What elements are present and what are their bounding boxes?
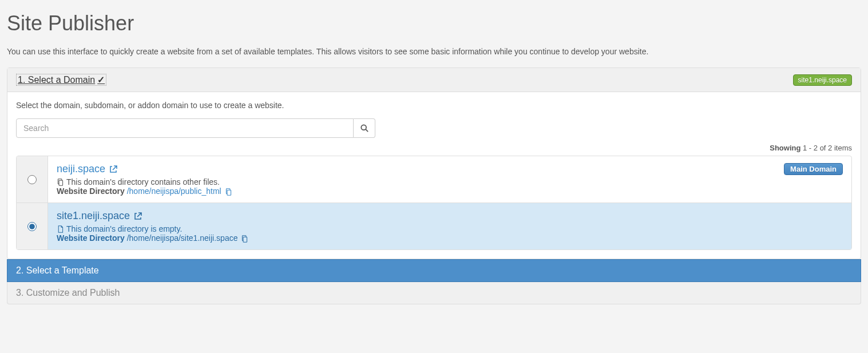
showing-range: 1 - 2 of 2 items: [800, 144, 852, 152]
domain-radio[interactable]: [27, 175, 37, 184]
dir-note: This domain's directory is empty.: [57, 224, 843, 233]
domain-radio-cell[interactable]: [17, 156, 48, 203]
svg-rect-7: [243, 237, 247, 242]
domain-name: site1.neiji.space: [57, 210, 142, 222]
website-directory: Website Directory /home/neijispa/public_…: [57, 187, 843, 196]
page-title: Site Publisher: [7, 11, 861, 35]
showing-text: Showing 1 - 2 of 2 items: [16, 144, 852, 152]
search-input[interactable]: [16, 118, 354, 138]
svg-rect-5: [227, 190, 231, 195]
search-button[interactable]: [354, 118, 375, 138]
search-row: [16, 118, 852, 138]
website-directory: Website Directory /home/neijispa/site1.n…: [57, 233, 843, 243]
intro-text: You can use this interface to quickly cr…: [7, 47, 861, 56]
copy-icon[interactable]: [241, 235, 248, 243]
external-link-icon[interactable]: [109, 165, 118, 174]
website-directory-label: Website Directory: [57, 187, 125, 196]
main-domain-badge: Main Domain: [784, 163, 843, 175]
domain-radio-cell[interactable]: [17, 203, 48, 249]
external-link-icon[interactable]: [133, 212, 142, 221]
copy-icon[interactable]: [225, 188, 232, 196]
domain-row[interactable]: site1.neiji.space This domain's director…: [17, 203, 851, 249]
step2-heading[interactable]: 2. Select a Template: [7, 259, 861, 282]
check-icon: [97, 74, 105, 85]
svg-line-1: [366, 129, 368, 132]
step1-panel: 1. Select a Domain site1.neiji.space Sel…: [7, 68, 861, 259]
dir-note: This domain's directory contains other f…: [57, 177, 843, 187]
website-directory-path[interactable]: /home/neijispa/site1.neiji.space: [127, 233, 238, 243]
file-icon: [57, 225, 64, 233]
domain-link[interactable]: site1.neiji.space: [57, 210, 130, 222]
svg-rect-3: [59, 180, 63, 185]
step1-help: Select the domain, subdomain, or addon d…: [16, 101, 852, 110]
svg-point-0: [361, 125, 366, 130]
domain-row[interactable]: Main Domain neiji.space This domain's di…: [17, 156, 851, 203]
domain-link[interactable]: neiji.space: [57, 163, 105, 175]
domain-content: site1.neiji.space This domain's director…: [48, 203, 851, 249]
website-directory-path[interactable]: /home/neijispa/public_html: [127, 187, 221, 196]
selected-domain-badge: site1.neiji.space: [793, 74, 852, 86]
domain-content: Main Domain neiji.space This domain's di…: [48, 156, 851, 203]
dir-note-text: This domain's directory contains other f…: [66, 177, 220, 187]
showing-label: Showing: [770, 144, 800, 152]
domain-radio[interactable]: [27, 222, 37, 231]
step3-heading[interactable]: 3. Customize and Publish: [7, 282, 861, 304]
domain-name: neiji.space: [57, 163, 118, 175]
domain-list: Main Domain neiji.space This domain's di…: [16, 156, 852, 250]
step1-heading[interactable]: 1. Select a Domain site1.neiji.space: [7, 68, 861, 92]
step1-title[interactable]: 1. Select a Domain: [16, 74, 106, 86]
files-icon: [57, 179, 64, 186]
website-directory-label: Website Directory: [57, 233, 125, 243]
step1-title-text: 1. Select a Domain: [18, 75, 95, 85]
step1-body: Select the domain, subdomain, or addon d…: [7, 92, 861, 259]
search-icon: [360, 124, 368, 132]
dir-note-text: This domain's directory is empty.: [66, 224, 182, 233]
